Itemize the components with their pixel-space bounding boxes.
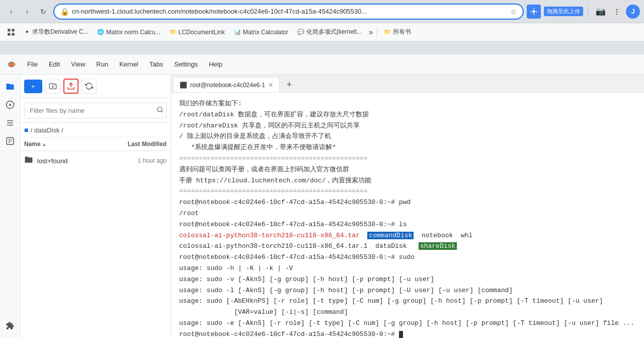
terminal-line-1: 我们的存储方案如下:: [179, 99, 636, 109]
terminal-line-22: root@notebook-c4c024e6-10cf-47cd-a15a-45…: [179, 329, 636, 338]
url-text: cn-northwest-1.cloud.luchentech.com/note…: [72, 8, 507, 15]
whl-label: whl: [461, 232, 472, 239]
file-panel: +: [20, 75, 171, 338]
terminal-line-16: usage: sudo -h | -K | -k | -V: [179, 263, 636, 274]
datadisk-label: dataDisk: [375, 242, 407, 250]
notebook-area: ⬛ root@notebook-c4c024e6-1 ✕ + 我们的存储方案如下…: [171, 75, 644, 338]
menu-bar: File Edit View Run Kernel Tabs Settings …: [0, 54, 644, 75]
terminal-line-5: *系统盘爆满提醒正在开发中，带来不便敬请谅解*: [179, 143, 636, 153]
bookmark-icon-2: 🌐: [97, 29, 104, 36]
menu-kernel[interactable]: Kernel: [114, 58, 143, 70]
profile-avatar[interactable]: J: [626, 5, 640, 19]
files-icon-btn[interactable]: [2, 79, 18, 95]
extension-icon[interactable]: [527, 5, 541, 19]
terminal-line-18: usage: sudo -l [-AknS] [-g group] [-h ho…: [179, 286, 636, 296]
file-modified: 1 hour ago: [138, 157, 167, 164]
file-tar-red: colossal-ai-python38-torch210-cu118-x86_…: [179, 232, 360, 239]
terminal-line-11: /root: [179, 209, 636, 219]
refresh-files-button[interactable]: [82, 79, 97, 94]
properties-icon-btn[interactable]: [2, 133, 18, 149]
screenshot-icon[interactable]: 📷: [594, 5, 608, 19]
svg-rect-1: [8, 29, 10, 31]
list-item[interactable]: lost+found 1 hour ago: [20, 151, 171, 170]
file-toolbar: +: [20, 75, 171, 98]
file-list-header: Name ▲ Last Modified: [20, 138, 171, 151]
forward-button[interactable]: ›: [20, 5, 34, 19]
bookmarks-more[interactable]: »: [369, 28, 373, 37]
terminal-line-8: 手册 https://cloud.luchentech.com/doc/，内置搜…: [179, 176, 636, 186]
commands-icon-btn[interactable]: [2, 115, 18, 131]
menu-view[interactable]: View: [66, 58, 90, 70]
terminal-line-6: ========================================…: [179, 154, 636, 164]
terminal-line-17: usage: sudo -v [-AknS] [-g group] [-h ho…: [179, 275, 636, 285]
breadcrumb-text: / dataDisk /: [30, 126, 63, 134]
terminal-line-2: /root/dataDisk 数据盘，可在界面扩容，建议存放大尺寸数据: [179, 110, 636, 120]
cursor: [399, 331, 403, 338]
terminal-tab[interactable]: ⬛ root@notebook-c4c024e6-1 ✕: [173, 77, 280, 92]
svg-rect-4: [12, 33, 15, 35]
terminal-line-10: root@notebook-c4c024e6-10cf-47cd-a15a-45…: [179, 197, 636, 208]
terminal-content[interactable]: 我们的存储方案如下: /root/dataDisk 数据盘，可在界面扩容，建议存…: [171, 93, 644, 338]
icon-sidebar: [0, 75, 20, 338]
svg-rect-2: [12, 29, 15, 31]
menu-run[interactable]: Run: [91, 58, 113, 70]
bookmark-derivative[interactable]: ✦ 求导数Derivative C...: [19, 26, 92, 38]
plus-icon: +: [31, 83, 35, 90]
terminal-line-12: root@notebook-c4c024e6-10cf-47cd-a15a-45…: [179, 220, 636, 230]
file-name: lost+found: [37, 157, 138, 165]
menu-tabs[interactable]: Tabs: [144, 58, 168, 70]
terminal-line-9: ========================================…: [179, 186, 636, 197]
terminal-line-20: [VAR=value] [-i|-s] [command]: [179, 307, 636, 318]
bookmark-icon-3: 📁: [170, 29, 177, 36]
new-tab-button[interactable]: +: [282, 77, 297, 92]
bookmark-matrix-calc[interactable]: 📊 Matrix Calculator: [230, 27, 292, 38]
new-button[interactable]: +: [24, 80, 42, 93]
bookmark-matrix-norm[interactable]: 🌐 Matrix norm Calcu...: [93, 27, 164, 38]
terminal-line-19: usage: sudo [-AbEHknPS] [-r role] [-t ty…: [179, 296, 636, 307]
breadcrumb: ■ / dataDisk /: [20, 123, 171, 138]
terminal-tab-title: root@notebook-c4c024e6-1: [190, 82, 265, 89]
menu-settings[interactable]: Settings: [169, 58, 203, 70]
apps-icon[interactable]: [4, 25, 18, 39]
new-folder-button[interactable]: [45, 79, 60, 94]
breadcrumb-folder-icon: ■: [24, 126, 28, 134]
terminal-tab-icon: ⬛: [180, 82, 187, 89]
menu-icon[interactable]: ⋮: [610, 5, 624, 19]
svg-point-0: [532, 10, 535, 13]
highlight-sharedisk: shareDisk: [419, 242, 457, 250]
extensions-icon-btn[interactable]: [2, 318, 18, 334]
drag-upload-label: 拖拽至此上传: [544, 7, 583, 16]
bookmark-simplify[interactable]: 💬 化简多项式(kernelt...: [293, 26, 366, 38]
menu-file[interactable]: File: [22, 58, 43, 70]
menu-help[interactable]: Help: [204, 58, 227, 70]
refresh-button[interactable]: ↻: [36, 5, 50, 19]
bookmark-icon-4: 📊: [234, 29, 241, 36]
search-input[interactable]: [24, 102, 167, 118]
bookmark-lcdocument[interactable]: 📁 LCDocumentLink: [166, 27, 229, 38]
bookmark-star[interactable]: ☆: [510, 8, 517, 16]
terminal-line-7: 遇到问题可以查阅手册，或者在界面上扫码加入官方微信群: [179, 165, 636, 175]
running-icon-btn[interactable]: [2, 97, 18, 113]
tab-close-button[interactable]: ✕: [268, 82, 273, 89]
menu-edit[interactable]: Edit: [44, 58, 65, 70]
file-list: lost+found 1 hour ago: [20, 151, 171, 338]
folder-icon: [24, 155, 33, 166]
address-bar[interactable]: 🔒 cn-northwest-1.cloud.luchentech.com/no…: [53, 4, 524, 20]
search-button[interactable]: [156, 106, 164, 115]
bookmarks-divider: [376, 27, 377, 37]
terminal-line-15: root@notebook-c4c024e6-10cf-47cd-a15a-45…: [179, 252, 636, 263]
folder-all-icon: 📁: [384, 29, 391, 36]
bookmarks-bar: ✦ 求导数Derivative C... 🌐 Matrix norm Calcu…: [0, 23, 644, 41]
upload-button[interactable]: [63, 79, 78, 94]
bookmark-folder-all[interactable]: 📁 所有书: [380, 26, 415, 38]
bookmark-icon-1: ✦: [23, 29, 30, 36]
highlight-commanddisk: commandDisk: [367, 232, 414, 239]
jupyter-logo: [4, 57, 19, 72]
terminal-line-14: colossal-ai-python38-torch210-cu118-x86_…: [179, 241, 636, 252]
terminal-line-3: /root/shareDisk 共享盘，同区的不同云主机之间可以共享: [179, 121, 636, 131]
svg-rect-3: [8, 33, 10, 35]
tab-bar: ⬛ root@notebook-c4c024e6-1 ✕ +: [171, 75, 644, 93]
svg-point-8: [157, 107, 162, 111]
back-button[interactable]: ‹: [4, 5, 18, 19]
bookmark-icon-5: 💬: [297, 29, 304, 36]
